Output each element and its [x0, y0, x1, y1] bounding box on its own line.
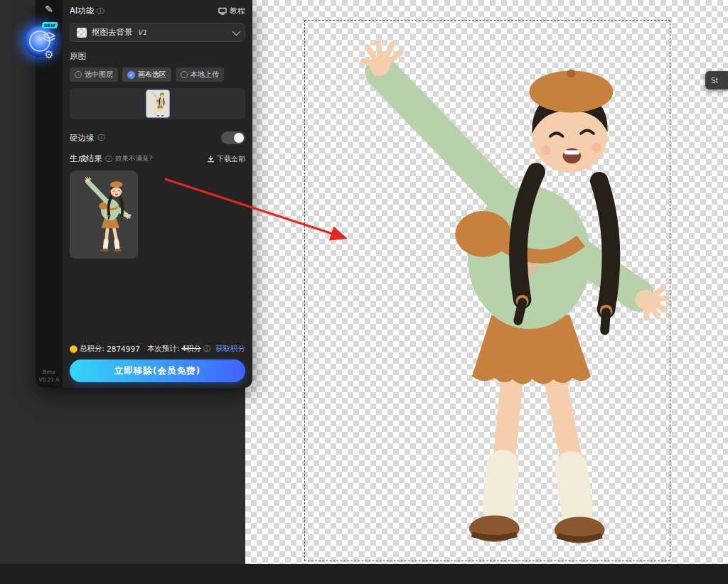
source-option-selected-layer[interactable]: 选中图层: [70, 67, 118, 82]
feature-label: 抠图去背景: [92, 27, 133, 38]
source-options: 选中图层 ✓ 画布选区 本地上传: [70, 67, 245, 82]
gear-icon[interactable]: ⚙: [36, 48, 63, 61]
toggle-knob: [234, 133, 244, 143]
source-thumbnail[interactable]: [146, 90, 170, 118]
total-points-value: 2874997: [107, 345, 140, 353]
beta-version-tag: Beta V0.21.6: [36, 368, 63, 384]
download-all-label: 下载全部: [217, 154, 245, 164]
panel-header: AI功能 ⓘ 教程: [70, 6, 245, 16]
results-title-wrap: 生成结果 ⓘ 效果不满意?: [70, 153, 153, 164]
canvas-side-button[interactable]: St: [705, 71, 728, 90]
coin-icon: [70, 345, 77, 353]
side-button-label: St: [711, 77, 718, 85]
results-header: 生成结果 ⓘ 效果不满意? 下载全部: [70, 153, 245, 164]
pencil-tool-icon[interactable]: ✎: [36, 4, 63, 15]
source-option-label: 选中图层: [85, 70, 113, 80]
app-background: [0, 0, 36, 564]
info-icon[interactable]: ⓘ: [203, 344, 210, 354]
tutorial-icon: [218, 7, 227, 15]
hard-edge-row: 硬边缘 ⓘ: [70, 131, 245, 144]
source-option-label: 画布选区: [138, 70, 166, 80]
cutout-feature-icon: [77, 28, 87, 38]
gear-glyph: ⚙: [44, 48, 53, 61]
tutorial-link[interactable]: 教程: [218, 6, 245, 16]
info-icon[interactable]: ⓘ: [98, 133, 105, 143]
canvas-viewport[interactable]: [245, 0, 728, 564]
feature-dropdown[interactable]: 抠图去背景 V1: [70, 23, 245, 42]
ai-tool-panel: ✎ NEW ⚙ Beta V0.21.6 AI功能 ⓘ: [36, 0, 252, 388]
bottom-bar: [0, 564, 728, 584]
canvas-subject-image: [306, 21, 669, 560]
panel-title-text: AI功能: [70, 6, 94, 16]
source-thumbnail-strip: [70, 88, 245, 119]
results-hint: 效果不满意?: [115, 154, 153, 163]
new-badge: NEW: [41, 22, 58, 28]
source-option-canvas-selection[interactable]: ✓ 画布选区: [122, 67, 171, 82]
hard-edge-toggle[interactable]: [221, 131, 245, 144]
estimate-value: 4积分: [181, 344, 201, 354]
hard-edge-label: 硬边缘: [70, 133, 95, 144]
panel-title: AI功能 ⓘ: [70, 6, 104, 16]
radio-icon: [75, 71, 82, 78]
info-icon[interactable]: ⓘ: [97, 6, 104, 16]
check-circle-icon: ✓: [127, 71, 135, 79]
points-row: 总积分: 2874997 本次预计: 4积分 ⓘ 获取积分: [70, 344, 245, 354]
get-points-link[interactable]: 获取积分: [215, 344, 245, 354]
canvas-selection-rect[interactable]: [304, 20, 670, 561]
total-points-label: 总积分:: [80, 344, 105, 354]
radio-icon: [181, 71, 188, 78]
remove-now-label: 立即移除(会员免费): [114, 365, 200, 377]
download-all-button[interactable]: 下载全部: [207, 154, 245, 164]
source-option-local-upload[interactable]: 本地上传: [176, 67, 224, 82]
version-label: V0.21.6: [36, 376, 63, 384]
remove-now-button[interactable]: 立即移除(会员免费): [70, 359, 245, 382]
results-title: 生成结果: [70, 153, 102, 164]
source-section-title: 原图: [70, 51, 245, 62]
hard-edge-label-wrap: 硬边缘 ⓘ: [70, 133, 105, 144]
feature-version-tag: V1: [138, 28, 147, 36]
pencil-glyph: ✎: [45, 4, 53, 15]
beta-label: Beta: [36, 368, 63, 376]
result-thumbnail[interactable]: [70, 171, 138, 259]
layers-icon[interactable]: [36, 31, 63, 47]
estimate-label: 本次预计:: [147, 344, 180, 354]
tool-rail: ✎ NEW ⚙ Beta V0.21.6: [36, 0, 63, 388]
source-option-label: 本地上传: [191, 70, 219, 80]
panel-content: AI功能 ⓘ 教程 抠图去背景 V1 原图 选中图层: [63, 0, 252, 388]
tutorial-label: 教程: [230, 6, 245, 16]
chevron-down-icon: [232, 27, 240, 35]
info-icon[interactable]: ⓘ: [105, 154, 112, 164]
download-icon: [207, 155, 215, 163]
